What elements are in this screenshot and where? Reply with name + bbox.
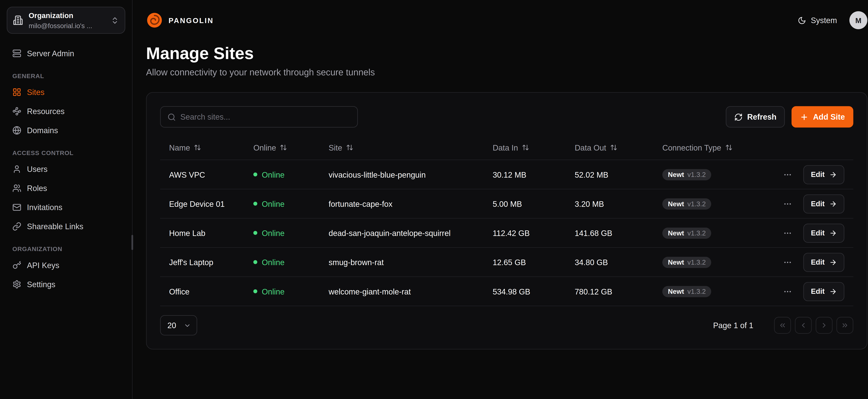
connection-client: Newt [668, 259, 684, 266]
sort-icon [280, 144, 287, 151]
row-menu-button[interactable] [781, 284, 795, 298]
sidebar-item-sites[interactable]: Sites [7, 83, 125, 102]
refresh-icon [734, 113, 743, 121]
data-in-cell: 30.12 MB [484, 170, 566, 179]
pagination: Page 1 of 1 [713, 317, 854, 334]
search-input[interactable] [180, 112, 350, 121]
arrow-right-icon [829, 258, 837, 266]
row-menu-button[interactable] [781, 197, 795, 210]
sort-icon [346, 144, 353, 151]
connection-type-badge: Newt v1.3.2 [662, 198, 711, 209]
sidebar-item-settings[interactable]: Settings [7, 275, 125, 294]
waypoints-icon [12, 107, 21, 116]
ellipsis-icon [783, 287, 792, 296]
column-header-data-out[interactable]: Data Out [566, 143, 653, 152]
status-label: Online [262, 199, 284, 208]
mail-icon [12, 203, 21, 212]
connection-type-badge: Newt v1.3.2 [662, 256, 711, 268]
sidebar-item-resources[interactable]: Resources [7, 102, 125, 121]
table-row: Edge Device 01 Online fortunate-cape-fox… [160, 189, 853, 219]
sidebar-item-label: Resources [27, 107, 65, 116]
connection-client: Newt [668, 171, 684, 178]
connection-type-cell: Newt v1.3.2 [653, 227, 772, 239]
next-page-button[interactable] [816, 317, 833, 334]
chevrons-right-icon [841, 321, 849, 329]
edit-button-label: Edit [811, 258, 825, 266]
status-label: Online [262, 170, 284, 179]
prev-page-button[interactable] [795, 317, 812, 334]
brand[interactable]: PANGOLIN [146, 12, 214, 29]
edit-button[interactable]: Edit [804, 282, 844, 301]
refresh-button-label: Refresh [747, 112, 776, 121]
sidebar-item-domains[interactable]: Domains [7, 121, 125, 140]
connection-version: v1.3.2 [687, 171, 706, 178]
table-row: Home Lab Online dead-san-joaquin-antelop… [160, 219, 853, 248]
site-cell: smug-brown-rat [319, 258, 484, 267]
column-header-name[interactable]: Name [160, 143, 244, 152]
name-cell: Home Lab [160, 228, 244, 237]
row-menu-button[interactable] [781, 255, 795, 269]
users-icon [12, 184, 21, 193]
sidebar-nav: Server Admin GENERAL Sites Resources Dom [7, 44, 125, 294]
online-dot-icon [253, 260, 257, 264]
theme-switcher[interactable]: System [798, 16, 837, 25]
sidebar-item-label: Roles [27, 184, 47, 193]
row-menu-button[interactable] [781, 168, 795, 181]
page-content: Manage Sites Allow connectivity to your … [133, 40, 868, 363]
add-site-button-label: Add Site [813, 112, 845, 121]
online-dot-icon [253, 231, 257, 235]
plus-icon [800, 113, 809, 121]
edit-button[interactable]: Edit [804, 194, 844, 213]
row-actions: Edit [772, 165, 854, 184]
first-page-button[interactable] [774, 317, 791, 334]
edit-button[interactable]: Edit [804, 165, 844, 184]
chevrons-left-icon [779, 321, 786, 329]
pangolin-logo-icon [146, 12, 163, 29]
sidebar-item-api-keys[interactable]: API Keys [7, 255, 125, 275]
sidebar-scrollbar-thumb[interactable] [131, 235, 133, 250]
column-header-label: Name [169, 143, 190, 152]
sidebar-item-shareable-links[interactable]: Shareable Links [7, 217, 125, 236]
data-in-cell: 12.65 GB [484, 258, 566, 267]
column-header-connection-type[interactable]: Connection Type [653, 143, 835, 152]
refresh-button[interactable]: Refresh [726, 106, 785, 128]
edit-button[interactable]: Edit [804, 223, 844, 242]
connection-client: Newt [668, 201, 684, 207]
avatar[interactable]: M [849, 11, 867, 29]
column-header-site[interactable]: Site [319, 143, 484, 152]
table-header-row: Name Online Site Data In [160, 135, 853, 160]
last-page-button[interactable] [836, 317, 853, 334]
column-header-label: Online [253, 143, 276, 152]
section-label-organization: ORGANIZATION [12, 246, 120, 252]
site-cell: fortunate-cape-fox [319, 199, 484, 208]
data-out-cell: 141.68 GB [566, 228, 653, 237]
data-out-cell: 52.02 MB [566, 170, 653, 179]
edit-button[interactable]: Edit [804, 253, 844, 272]
sidebar-item-label: Users [27, 164, 48, 174]
row-menu-button[interactable] [781, 226, 795, 240]
connection-type-cell: Newt v1.3.2 [653, 198, 772, 209]
row-actions: Edit [772, 194, 854, 213]
page-size-select[interactable]: 20 [160, 315, 197, 335]
column-header-data-in[interactable]: Data In [484, 143, 566, 152]
app-root: Organization milo@fossorial.io's ... Ser… [0, 0, 868, 399]
organization-title: Organization [29, 11, 73, 20]
organization-selector[interactable]: Organization milo@fossorial.io's ... [7, 7, 125, 34]
sidebar-item-invitations[interactable]: Invitations [7, 198, 125, 217]
ellipsis-icon [783, 170, 792, 179]
link-icon [12, 222, 21, 231]
sort-icon [522, 144, 529, 151]
sidebar-item-users[interactable]: Users [7, 159, 125, 179]
connection-version: v1.3.2 [687, 288, 706, 295]
sidebar-item-label: Shareable Links [27, 222, 83, 231]
data-out-cell: 34.80 GB [566, 258, 653, 267]
page-info: Page 1 of 1 [713, 321, 753, 330]
ellipsis-icon [783, 228, 792, 237]
toolbar-actions: Refresh Add Site [726, 106, 853, 128]
add-site-button[interactable]: Add Site [792, 106, 853, 128]
sidebar-item-server-admin[interactable]: Server Admin [7, 44, 125, 63]
sidebar-item-roles[interactable]: Roles [7, 179, 125, 198]
column-header-online[interactable]: Online [244, 143, 320, 152]
status-cell: Online [244, 258, 320, 267]
connection-type-cell: Newt v1.3.2 [653, 169, 772, 180]
